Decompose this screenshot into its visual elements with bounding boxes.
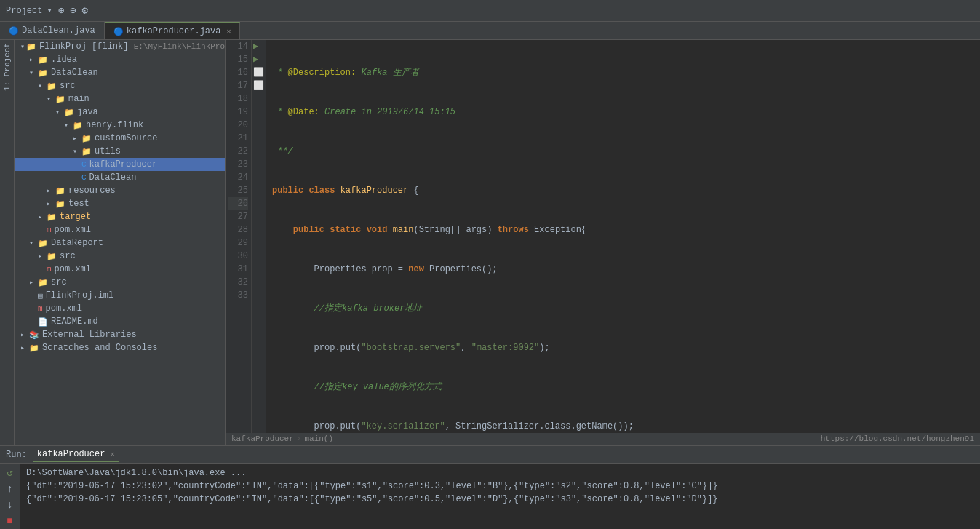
sidebar-item-test[interactable]: ▸ 📁 test	[15, 197, 225, 210]
folder-utils-icon: 📁	[81, 147, 92, 156]
expand-scratches-icon: ▸	[20, 343, 28, 352]
folder-idea-icon: 📁	[38, 55, 48, 65]
iml-icon: ▤	[38, 291, 43, 301]
run-tab-kafkaproducer[interactable]: kafkaProducer ✕	[33, 448, 119, 462]
run-panel: Run: kafkaProducer ✕ ↺ ↑ ↓ ■ ↑ 📷 ≡ D:\So…	[0, 445, 980, 529]
line-numbers: 14 15 16 17 18 19 20 21 22 23 24 25 26 2…	[226, 40, 252, 433]
sidebar-item-java[interactable]: ▾ 📁 java	[15, 106, 225, 119]
sidebar-item-pom3[interactable]: m pom.xml	[15, 302, 225, 315]
expand-idea-icon: ▸	[29, 55, 36, 64]
sidebar-pom2-label: pom.xml	[55, 264, 91, 274]
sidebar-item-idea[interactable]: ▸ 📁 .idea	[15, 53, 225, 66]
rerun-button[interactable]: ↺	[7, 466, 12, 479]
sidebar-item-scratches[interactable]: ▸ 📁 Scratches and Consoles	[15, 341, 225, 354]
expand-src3-icon: ▸	[29, 278, 36, 287]
sidebar-item-src2[interactable]: ▸ 📁 src	[15, 250, 225, 263]
sidebar: ▾ 📁 FlinkProj [flink] E:\MyFlink\FlinkPr…	[15, 40, 226, 445]
code-editor[interactable]: 14 15 16 17 18 19 20 21 22 23 24 25 26 2…	[226, 40, 980, 433]
tab-kafkaproducer-close[interactable]: ✕	[226, 27, 231, 36]
folder-main-icon: 📁	[55, 95, 65, 104]
sidebar-item-target[interactable]: ▸ 📁 target	[15, 210, 225, 223]
folder-dataclean-icon: 📁	[38, 68, 48, 78]
sidebar-target-label: target	[60, 212, 91, 222]
expand-customsource-icon: ▸	[73, 134, 80, 143]
xml-pom3-icon: m	[38, 304, 43, 313]
java-kafkaproducer-icon: C	[81, 160, 87, 169]
java-dataclean-icon: C	[81, 173, 87, 182]
sidebar-item-resources[interactable]: ▸ 📁 resources	[15, 184, 225, 197]
stop-button[interactable]: ■	[7, 515, 12, 527]
sidebar-java-label: java	[77, 107, 98, 117]
run-tab-label: kafkaProducer	[37, 449, 105, 459]
sidebar-item-pom1[interactable]: m pom.xml	[15, 223, 225, 236]
scroll-down-button[interactable]: ↓	[7, 499, 12, 511]
expand-flinkproj-icon: ▾	[20, 42, 25, 51]
sidebar-item-flinkproj[interactable]: ▾ 📁 FlinkProj [flink] E:\MyFlink\FlinkPr…	[15, 40, 225, 53]
sidebar-item-main[interactable]: ▾ 📁 main	[15, 92, 225, 106]
sidebar-dataclean-java-label: DataClean	[89, 172, 137, 183]
sidebar-item-customsource[interactable]: ▸ 📁 customSource	[15, 132, 225, 145]
sidebar-pom3-label: pom.xml	[46, 303, 82, 314]
remove-icon[interactable]: ⊖	[70, 4, 76, 17]
expand-java-icon: ▾	[55, 108, 63, 116]
sidebar-resources-label: resources	[68, 186, 116, 196]
tabs-bar: 🔵 DataClean.java 🔵 kafkaProducer.java ✕	[0, 22, 980, 40]
expand-resources-icon: ▸	[47, 186, 54, 195]
run-label: Run:	[6, 450, 27, 460]
expand-dataclean-icon: ▾	[29, 68, 36, 77]
run-cmd-text: D:\SoftWare\Java\jdk1.8.0\bin\java.exe .…	[26, 468, 246, 478]
sidebar-item-datareport[interactable]: ▾ 📁 DataReport	[15, 236, 225, 250]
expand-main-icon: ▾	[47, 95, 54, 103]
sidebar-main-label: main	[68, 94, 89, 104]
sidebar-test-label: test	[68, 199, 89, 209]
folder-src3-icon: 📁	[38, 278, 48, 287]
sidebar-item-kafkaproducer[interactable]: C kafkaProducer	[15, 158, 225, 171]
sidebar-idea-label: .idea	[51, 55, 77, 65]
tab-dataclean-label: DataClean.java	[22, 25, 95, 36]
sidebar-dataclean-label: DataClean	[51, 68, 98, 78]
sidebar-item-src[interactable]: ▾ 📁 src	[15, 79, 225, 92]
expand-extlibs-icon: ▸	[20, 330, 28, 339]
md-readme-icon: 📄	[38, 317, 48, 327]
breadcrumb-part1: kafkaProducer	[231, 434, 294, 443]
sidebar-kafkaproducer-label: kafkaProducer	[89, 159, 158, 170]
expand-datareport-icon: ▾	[29, 239, 36, 247]
project-vert-label[interactable]: 1: Project	[3, 43, 12, 91]
run-output-line-2: {"dt":"2019-06-17 15:23:02","countryCode…	[26, 480, 974, 493]
project-dropdown-icon[interactable]: ▾	[47, 5, 52, 16]
expand-test-icon: ▸	[47, 199, 54, 208]
tab-kafkaproducer[interactable]: 🔵 kafkaProducer.java ✕	[105, 22, 241, 39]
sidebar-utils-label: utils	[95, 146, 121, 156]
run-tab-close[interactable]: ✕	[111, 450, 115, 458]
sidebar-item-iml[interactable]: ▤ FlinkProj.iml	[15, 289, 225, 302]
run-data-2: {"dt":"2019-06-17 15:23:05","countryCode…	[26, 494, 718, 504]
code-content[interactable]: * @Description: Kafka 生产者 * @Date: Creat…	[266, 40, 980, 433]
tab-dataclean[interactable]: 🔵 DataClean.java	[0, 22, 105, 39]
run-output-line-1: D:\SoftWare\Java\jdk1.8.0\bin\java.exe .…	[26, 466, 974, 480]
project-vert-tab[interactable]: 1: Project	[0, 40, 15, 445]
sidebar-extlibs-label: External Libraries	[42, 330, 137, 340]
sidebar-pom1-label: pom.xml	[55, 225, 91, 235]
folder-target-icon: 📁	[47, 212, 57, 222]
tab-kafkaproducer-label: kafkaProducer.java	[127, 26, 221, 36]
sidebar-item-readme[interactable]: 📄 README.md	[15, 315, 225, 328]
expand-utils-icon: ▾	[73, 147, 80, 156]
add-icon[interactable]: ⊕	[58, 4, 64, 17]
sidebar-item-utils[interactable]: ▾ 📁 utils	[15, 145, 225, 158]
folder-datareport-icon: 📁	[38, 239, 48, 248]
sidebar-customsource-label: customSource	[95, 133, 157, 143]
toolbar-icons: ⊕ ⊖ ⚙	[58, 4, 88, 17]
folder-scratches-icon: 📁	[29, 343, 39, 353]
run-data-1: {"dt":"2019-06-17 15:23:02","countryCode…	[26, 481, 718, 491]
scroll-up-button[interactable]: ↑	[7, 483, 12, 495]
sidebar-item-dataclean-java[interactable]: C DataClean	[15, 171, 225, 184]
sidebar-item-pom2[interactable]: m pom.xml	[15, 263, 225, 276]
project-menu[interactable]: Project ▾	[6, 5, 52, 16]
sidebar-item-extlibs[interactable]: ▸ 📚 External Libraries	[15, 328, 225, 341]
folder-extlibs-icon: 📚	[29, 330, 39, 340]
settings-icon[interactable]: ⚙	[82, 4, 88, 17]
sidebar-item-dataclean[interactable]: ▾ 📁 DataClean	[15, 66, 225, 79]
folder-src-icon: 📁	[47, 81, 57, 91]
sidebar-item-src3[interactable]: ▸ 📁 src	[15, 276, 225, 289]
sidebar-item-henryflink[interactable]: ▾ 📁 henry.flink	[15, 119, 225, 132]
